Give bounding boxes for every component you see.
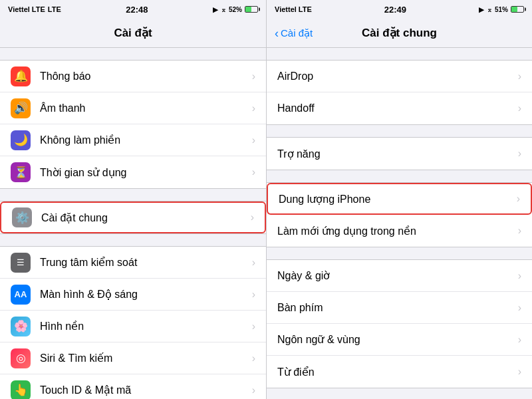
right-nav-back[interactable]: ‹ Cài đặt [275,27,313,39]
trungtam-icon: ☰ [11,253,31,273]
hinhanh-icon: 🌸 [11,317,31,336]
right-signal-icon: ▶ [479,6,484,13]
caidatchung-icon: ⚙️ [12,207,32,227]
right-nav-bar: ‹ Cài đặt Cài đặt chung [267,19,532,48]
settings-item-caidatchung[interactable]: ⚙️ Cài đặt chung › 1 [0,201,266,233]
settings-item-airdrop[interactable]: AirDrop › [267,61,532,92]
thoigian-chevron: › [252,166,255,178]
settings-item-ngaygio[interactable]: Ngày & giờ › [267,260,532,292]
banphim-chevron: › [518,302,521,314]
khonglam-icon: 🌙 [11,130,31,150]
left-time: 22:48 [126,5,148,15]
tudien-chevron: › [518,366,521,378]
thongbao-icon: 🔔 [11,66,31,86]
settings-item-banphim[interactable]: Bàn phím › [267,292,532,324]
right-battery-icon [511,6,524,13]
settings-item-handoff[interactable]: Handoff › [267,92,532,124]
settings-item-thoigian[interactable]: ⏳ Thời gian sử dụng › [0,156,266,188]
airdrop-chevron: › [518,70,521,82]
settings-item-touchid[interactable]: 👆 Touch ID & Mật mã › [0,374,266,399]
siri-label: Siri & Tìm kiếm [40,352,252,364]
left-settings-content: 🔔 Thông báo › 🔊 Âm thanh › 🌙 Không làm p… [0,48,266,399]
trungtam-label: Trung tâm kiểm soát [40,256,252,269]
thoigian-label: Thời gian sử dụng [40,166,252,179]
right-section-4: Ngày & giờ › Bàn phím › Ngôn ngữ & vùng … [267,259,532,388]
settings-item-ngonngu[interactable]: Ngôn ngữ & vùng › [267,324,532,356]
settings-item-dungluong[interactable]: Dung lượng iPhone 2 › [267,183,532,215]
settings-item-siri[interactable]: ◎ Siri & Tìm kiếm › [0,342,266,374]
settings-item-trungtam[interactable]: ☰ Trung tâm kiểm soát › [0,247,266,279]
left-network: LTE [48,5,61,13]
left-battery-icon [245,6,258,13]
right-nav-title: Cài đặt chung [362,26,437,40]
amthanh-label: Âm thanh [40,102,252,114]
trungtam-chevron: › [252,257,255,269]
left-panel: Viettel LTE LTE 22:48 ▶ ⌅ 52% Cài đặt 🔔 … [0,0,266,399]
left-wifi-icon: ⌅ [221,6,226,13]
left-status-left: Viettel LTE LTE [8,5,61,13]
siri-icon: ◎ [11,348,31,368]
left-nav-bar: Cài đặt [0,19,266,48]
airdrop-label: AirDrop [277,70,518,82]
khonglam-chevron: › [252,134,255,146]
settings-item-tudien[interactable]: Từ điển › [267,356,532,388]
right-section-3: Dung lượng iPhone 2 › Làm mới ứng dụng t… [267,182,532,247]
lammoi-chevron: › [518,225,521,237]
touchid-chevron: › [252,384,255,396]
amthanh-chevron: › [252,102,255,114]
left-section-2: ⚙️ Cài đặt chung › 1 [0,201,266,234]
hinhanh-chevron: › [252,321,255,332]
settings-item-lammoi[interactable]: Làm mới ứng dụng trong nền › [267,215,532,247]
right-carrier: Viettel LTE [275,5,312,13]
thoigian-icon: ⏳ [11,162,31,182]
settings-item-tronang[interactable]: Trợ năng › [267,138,532,170]
siri-chevron: › [252,352,255,364]
caidatchung-chevron: › [251,211,254,223]
tronang-label: Trợ năng [277,148,518,160]
left-status-bar: Viettel LTE LTE 22:48 ▶ ⌅ 52% [0,0,266,19]
right-status-bar: Viettel LTE 22:49 ▶ ⌅ 51% [267,0,532,19]
dungluong-chevron: › [517,193,520,205]
back-label: Cài đặt [281,27,313,39]
handoff-chevron: › [518,102,521,114]
right-wifi-icon: ⌅ [487,6,492,13]
left-carrier: Viettel LTE [8,5,45,13]
left-section-1: 🔔 Thông báo › 🔊 Âm thanh › 🌙 Không làm p… [0,60,266,189]
settings-item-manhinh[interactable]: AA Màn hình & Độ sáng › [0,279,266,311]
right-panel: Viettel LTE 22:49 ▶ ⌅ 51% ‹ Cài đặt Cài … [266,0,532,399]
right-time: 22:49 [384,5,406,15]
ngaygio-label: Ngày & giờ [277,269,518,282]
settings-item-khonglam[interactable]: 🌙 Không làm phiền › [0,124,266,156]
right-status-right: ▶ ⌅ 51% [479,6,524,13]
settings-item-hinhanh[interactable]: 🌸 Hình nền › [0,311,266,342]
left-status-right: ▶ ⌅ 52% [213,6,258,13]
left-nav-title: Cài đặt [114,26,152,40]
thongbao-label: Thông báo [40,70,252,82]
right-settings-content: AirDrop › Handoff › Trợ năng › Dung lượn… [267,48,532,399]
thongbao-chevron: › [252,70,255,82]
settings-item-amthanh[interactable]: 🔊 Âm thanh › [0,92,266,124]
left-signal-icon: ▶ [213,6,218,13]
right-section-1: AirDrop › Handoff › [267,60,532,125]
settings-item-thongbao[interactable]: 🔔 Thông báo › [0,61,266,92]
back-chevron-icon: ‹ [275,27,279,39]
left-section-3: ☰ Trung tâm kiểm soát › AA Màn hình & Độ… [0,246,266,399]
right-battery-text: 51% [495,6,508,13]
khonglam-label: Không làm phiền [40,134,252,146]
lammoi-label: Làm mới ứng dụng trong nền [277,225,518,237]
tronang-chevron: › [518,148,521,160]
dungluong-label: Dung lượng iPhone [279,193,517,205]
right-status-left: Viettel LTE [275,5,312,13]
hinhanh-label: Hình nền [40,320,252,332]
banphim-label: Bàn phím [277,302,518,314]
ngaygio-chevron: › [518,270,521,282]
touchid-icon: 👆 [11,380,31,400]
manhinh-chevron: › [252,289,255,301]
right-section-2: Trợ năng › [267,137,532,170]
caidatchung-label: Cài đặt chung [41,211,251,224]
handoff-label: Handoff [277,102,518,114]
ngonngu-label: Ngôn ngữ & vùng [277,333,518,346]
tudien-label: Từ điển [277,366,518,378]
manhinh-icon: AA [11,285,31,305]
ngonngu-chevron: › [518,334,521,346]
